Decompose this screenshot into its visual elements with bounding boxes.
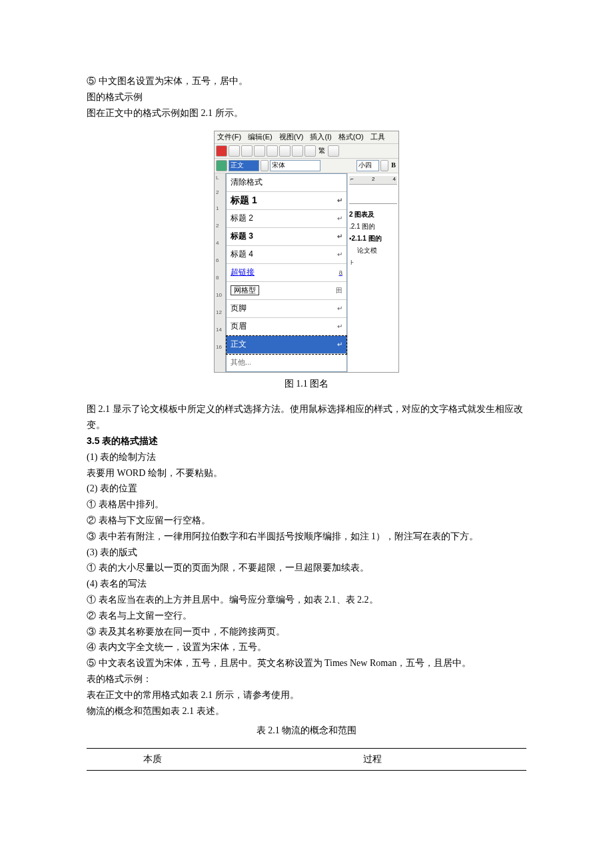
- table-cell: 过程: [219, 749, 526, 771]
- dropdown-icon-2[interactable]: [380, 160, 388, 171]
- ruler-tick: 16: [216, 344, 222, 351]
- open-icon[interactable]: [241, 145, 253, 157]
- style-label: 清除格式: [231, 177, 263, 187]
- style-item-clear[interactable]: 清除格式: [227, 174, 346, 192]
- menu-file[interactable]: 文件(F): [217, 133, 241, 141]
- preview-heading-211: ▪2.1.1 图的: [349, 235, 397, 243]
- preview-icon[interactable]: [279, 145, 291, 157]
- document-preview-pane: ⌐24 2 图表及 .2.1 图的 ▪2.1.1 图的 论文模 ⊦: [347, 173, 398, 372]
- style-item-heading3[interactable]: 标题 3↵: [227, 228, 346, 246]
- vertical-ruler: L 2 1 2 4 6 8 10 12 14 16: [215, 173, 226, 372]
- preview-cursor: ⊦: [349, 259, 397, 267]
- print-icon[interactable]: [267, 145, 278, 157]
- body-text: ① 表格居中排列。: [87, 497, 526, 513]
- size-dropdown[interactable]: 小四: [356, 160, 379, 171]
- body-text: 表的格式示例：: [87, 671, 526, 687]
- para-mark-icon: ↵: [337, 251, 342, 259]
- bold-button[interactable]: B: [390, 161, 397, 169]
- intro-line-2: 图的格式示例: [87, 89, 526, 105]
- intro-line-3: 图在正文中的格式示例如图 2.1 所示。: [87, 105, 526, 121]
- toolbar-row-2: 正文 宋体 小四 B: [215, 159, 398, 173]
- preview-heading-2: 2 图表及: [349, 211, 397, 219]
- msword-screenshot: 文件(F) 编辑(E) 视图(V) 插入(I) 格式(O) 工具 繁: [214, 131, 399, 372]
- toolbar-row-1: 繁: [215, 144, 398, 159]
- ruler-tick: 6: [216, 257, 219, 264]
- body-text: (4) 表名的写法: [87, 576, 526, 592]
- trad-char-button[interactable]: 繁: [317, 147, 326, 155]
- style-dropdown[interactable]: 正文: [229, 160, 259, 171]
- style-label: 标题 2: [231, 213, 253, 223]
- style-label: 页眉: [231, 321, 247, 331]
- ruler-tick: 2: [216, 223, 219, 229]
- ruler-tick: 12: [216, 309, 222, 316]
- body-text: ② 表格与下文应留一行空格。: [87, 513, 526, 529]
- font-dropdown[interactable]: 宋体: [270, 160, 320, 171]
- ruler-tick: 4: [216, 240, 219, 247]
- menubar: 文件(F) 编辑(E) 视图(V) 插入(I) 格式(O) 工具: [215, 131, 398, 143]
- style-label: 页脚: [231, 303, 247, 313]
- style-label: 标题 4: [231, 249, 253, 259]
- table-2-1: 本质 过程: [87, 748, 526, 771]
- style-label: 标题 1: [231, 195, 257, 206]
- body-text: ① 表的大小尽量以一页的页面为限，不要超限，一旦超限要加续表。: [87, 560, 526, 576]
- style-item-hyperlink[interactable]: 超链接a: [227, 264, 346, 282]
- table-mark-icon: 田: [336, 287, 342, 295]
- body-text: ④ 表内文字全文统一，设置为宋体，五号。: [87, 639, 526, 655]
- ruler-tick: 14: [216, 327, 222, 333]
- paste-icon[interactable]: [305, 145, 316, 157]
- char-mark-icon: a: [338, 269, 342, 277]
- word-body: L 2 1 2 4 6 8 10 12 14 16 清除格式 标题 1↵ 标题 …: [215, 173, 398, 372]
- ruler-tick: 10: [216, 292, 222, 299]
- style-list-panel: 清除格式 标题 1↵ 标题 2↵ 标题 3↵ 标题 4↵ 超链接a 网格型田 页…: [226, 173, 347, 372]
- preview-body-text: 论文模: [349, 247, 397, 255]
- style-label: 网格型: [231, 285, 259, 295]
- style-item-body[interactable]: 正文↵: [227, 336, 346, 354]
- body-text: (1) 表的绘制方法: [87, 449, 526, 465]
- para-mark-icon: ↵: [337, 215, 342, 223]
- body-text: 物流的概念和范围如表 2.1 表述。: [87, 703, 526, 719]
- new-icon[interactable]: [229, 145, 240, 157]
- menu-format[interactable]: 格式(O): [338, 133, 364, 141]
- table-caption: 表 2.1 物流的概念和范围: [87, 723, 526, 739]
- body-text: ② 表名与上文留一空行。: [87, 608, 526, 624]
- menu-view[interactable]: 视图(V): [279, 133, 304, 141]
- style-label: 正文: [231, 339, 247, 349]
- section-heading-3-5: 3.5 表的格式描述: [87, 433, 526, 449]
- style-item-header[interactable]: 页眉↵: [227, 318, 346, 336]
- ruler-tick: 1: [216, 205, 219, 212]
- copy-icon[interactable]: [292, 145, 303, 157]
- after-fig-1: 图 2.1 显示了论文模板中所定义的样式选择方法。使用鼠标选择相应的样式，对应的…: [87, 401, 526, 433]
- style-item-other[interactable]: 其他...: [227, 354, 346, 371]
- body-text: ① 表名应当在表的上方并且居中。编号应分章编号，如表 2.1、表 2.2。: [87, 592, 526, 608]
- body-text: 表要用 WORD 绘制，不要粘贴。: [87, 465, 526, 481]
- preview-heading-21: .2.1 图的: [349, 223, 397, 231]
- para-mark-icon: ↵: [337, 305, 342, 313]
- para-mark-icon: ↵: [337, 323, 342, 331]
- body-text: 表在正文中的常用格式如表 2.1 所示，请参考使用。: [87, 687, 526, 703]
- para-mark-icon: ↵: [337, 341, 342, 349]
- save-icon[interactable]: [254, 145, 265, 157]
- horizontal-ruler: ⌐24: [349, 176, 397, 185]
- figure-1-1: 文件(F) 编辑(E) 视图(V) 插入(I) 格式(O) 工具 繁: [87, 131, 526, 372]
- menu-edit[interactable]: 编辑(E): [248, 133, 273, 141]
- style-label: 标题 3: [231, 231, 253, 241]
- body-text: (2) 表的位置: [87, 481, 526, 497]
- intro-line-1: ⑤ 中文图名设置为宋体，五号，居中。: [87, 73, 526, 89]
- app-icon[interactable]: [216, 145, 227, 157]
- body-text: (3) 表的版式: [87, 545, 526, 561]
- styles-icon[interactable]: [216, 160, 227, 171]
- figure-caption: 图 1.1 图名: [87, 376, 526, 392]
- style-item-heading2[interactable]: 标题 2↵: [227, 210, 346, 228]
- style-item-grid[interactable]: 网格型田: [227, 282, 346, 300]
- menu-tools[interactable]: 工具: [370, 133, 385, 141]
- style-label: 其他...: [231, 358, 251, 367]
- body-text: ③ 表中若有附注，一律用阿拉伯数字和右半圆括号按顺序编排，如注 1），附注写在表…: [87, 529, 526, 545]
- style-item-heading1[interactable]: 标题 1↵: [227, 192, 346, 210]
- menu-insert[interactable]: 插入(I): [310, 133, 331, 141]
- para-mark-icon: ↵: [337, 197, 342, 205]
- dropdown-icon[interactable]: [261, 160, 269, 171]
- ruler-tick: 8: [216, 275, 219, 281]
- style-item-footer[interactable]: 页脚↵: [227, 300, 346, 318]
- style-item-heading4[interactable]: 标题 4↵: [227, 246, 346, 264]
- more-icon[interactable]: [328, 145, 339, 157]
